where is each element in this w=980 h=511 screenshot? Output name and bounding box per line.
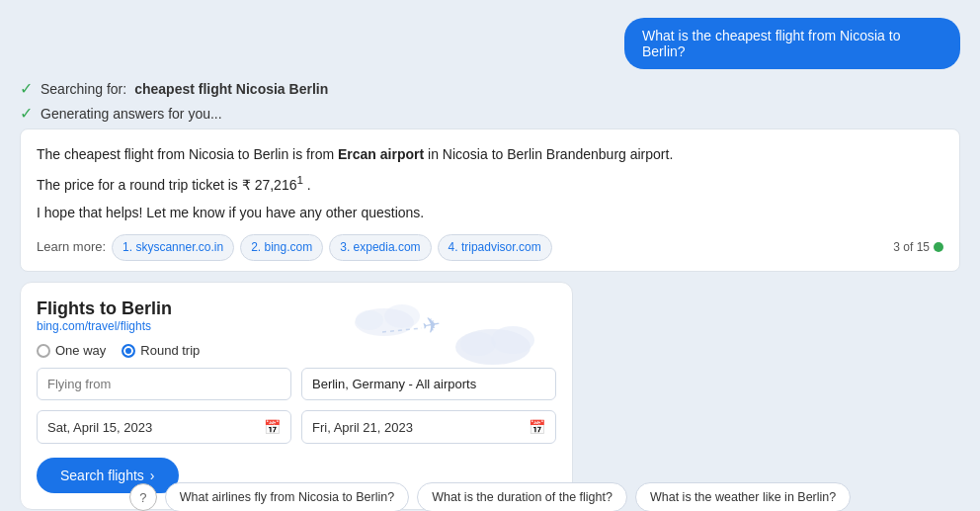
count-text: 3 of 15	[893, 238, 930, 257]
svg-point-1	[491, 326, 534, 354]
check-icon-generate: ✓	[20, 104, 33, 123]
learn-more-link-4[interactable]: 4. tripadvisor.com	[438, 234, 552, 261]
round-trip-label: Round trip	[140, 343, 200, 358]
bottom-chips-row: ? What airlines fly from Nicosia to Berl…	[0, 482, 980, 511]
flying-from-input[interactable]	[37, 368, 291, 400]
searching-status: ✓ Searching for: cheapest flight Nicosia…	[20, 79, 960, 98]
one-way-label: One way	[55, 343, 106, 358]
flights-card: ✈ Flights to Berlin bing.com/travel/flig…	[20, 282, 573, 510]
search-flights-label: Search flights	[60, 468, 144, 483]
generating-label: Generating answers for you...	[41, 106, 222, 122]
svg-point-2	[460, 332, 496, 356]
answer-highlight: Ercan airport	[338, 146, 424, 162]
searching-label: Searching for:	[41, 81, 126, 97]
clouds-decoration: ✈	[295, 293, 552, 385]
svg-point-4	[384, 304, 420, 328]
date-row: Sat, April 15, 2023 📅 Fri, April 21, 202…	[37, 410, 556, 444]
suggestion-chip-airlines[interactable]: What airlines fly from Nicosia to Berlin…	[165, 482, 409, 511]
depart-date-field[interactable]: Sat, April 15, 2023 📅	[37, 410, 291, 444]
user-message-bubble: What is the cheapest flight from Nicosia…	[624, 18, 960, 69]
count-dot-icon	[934, 242, 943, 252]
svg-text:✈: ✈	[421, 311, 443, 339]
return-date-text: Fri, April 21, 2023	[312, 420, 413, 435]
answer-pre: The cheapest flight from Nicosia to Berl…	[37, 146, 338, 162]
depart-calendar-icon: 📅	[264, 419, 281, 435]
learn-more-row: Learn more: 1. skyscanner.co.in 2. bing.…	[37, 234, 943, 261]
searching-query: cheapest flight Nicosia Berlin	[134, 81, 328, 97]
learn-more-label: Learn more:	[37, 237, 106, 258]
round-trip-radio[interactable]	[122, 344, 135, 358]
user-message-text: What is the cheapest flight from Nicosia…	[642, 28, 900, 59]
answer-line1: The cheapest flight from Nicosia to Berl…	[37, 143, 943, 165]
return-date-field[interactable]: Fri, April 21, 2023 📅	[301, 410, 556, 444]
answer-box: The cheapest flight from Nicosia to Berl…	[20, 128, 960, 272]
suggestion-chip-duration[interactable]: What is the duration of the flight?	[417, 482, 627, 511]
chevron-right-icon: ›	[150, 468, 155, 483]
depart-date-text: Sat, April 15, 2023	[47, 420, 152, 435]
info-icon[interactable]: ?	[129, 483, 157, 511]
suggestion-chip-weather[interactable]: What is the weather like in Berlin?	[635, 482, 851, 511]
round-trip-option[interactable]: Round trip	[122, 343, 200, 358]
return-calendar-icon: 📅	[529, 419, 545, 435]
check-icon-search: ✓	[20, 79, 33, 98]
chat-area: ✓ Searching for: cheapest flight Nicosia…	[0, 79, 980, 510]
count-badge: 3 of 15	[893, 238, 943, 257]
generating-status: ✓ Generating answers for you...	[20, 104, 960, 123]
answer-line2: The price for a round trip ticket is ₹ 2…	[37, 171, 943, 196]
answer-price: ₹ 27,216	[242, 177, 297, 193]
svg-point-5	[356, 310, 383, 330]
one-way-radio[interactable]	[37, 344, 50, 358]
answer-price-pre: The price for a round trip ticket is	[37, 177, 242, 193]
answer-post: in Nicosia to Berlin Brandenburg airport…	[424, 146, 673, 162]
learn-more-link-3[interactable]: 3. expedia.com	[329, 234, 431, 261]
answer-price-post: .	[303, 177, 311, 193]
learn-more-link-1[interactable]: 1. skyscanner.co.in	[112, 234, 234, 261]
clouds-svg: ✈	[295, 293, 552, 382]
one-way-option[interactable]: One way	[37, 343, 106, 358]
learn-more-link-2[interactable]: 2. bing.com	[240, 234, 323, 261]
user-message-area: What is the cheapest flight from Nicosia…	[0, 0, 980, 79]
answer-line3: I hope that helps! Let me know if you ha…	[37, 202, 943, 223]
